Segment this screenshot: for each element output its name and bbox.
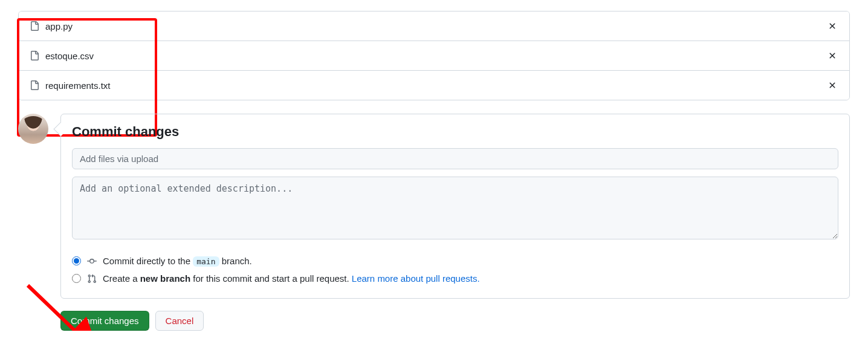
commit-summary-input[interactable]	[72, 148, 838, 169]
close-icon	[828, 51, 837, 60]
git-commit-icon	[87, 256, 97, 266]
file-name: requirements.txt	[45, 80, 826, 91]
remove-file-button[interactable]	[826, 79, 838, 91]
commit-description-input[interactable]	[72, 177, 838, 239]
commit-form: Commit changes Commit directly to the ma…	[60, 114, 850, 299]
file-row: app.py	[19, 11, 849, 41]
radio-new-branch[interactable]: Create a new branch for this commit and …	[72, 270, 838, 287]
close-icon	[828, 80, 837, 90]
file-name: app.py	[45, 21, 826, 31]
commit-target-options: Commit directly to the main branch. Crea…	[72, 252, 838, 287]
file-icon	[30, 51, 39, 60]
file-icon	[30, 21, 39, 31]
commit-changes-button[interactable]: Commit changes	[60, 311, 149, 331]
radio-commit-direct[interactable]: Commit directly to the main branch.	[72, 252, 838, 270]
radio-commit-direct-input[interactable]	[72, 256, 81, 265]
file-row: estoque.csv	[19, 41, 849, 70]
branch-name-badge: main	[193, 256, 219, 267]
close-icon	[828, 21, 837, 31]
radio-new-branch-label: Create a new branch for this commit and …	[103, 273, 480, 284]
learn-more-link[interactable]: Learn more about pull requests.	[352, 273, 480, 284]
radio-commit-direct-label: Commit directly to the main branch.	[103, 256, 252, 266]
remove-file-button[interactable]	[826, 50, 838, 62]
git-pull-request-icon	[87, 274, 97, 284]
avatar	[18, 114, 48, 144]
uploaded-files-list: app.pyestoque.csvrequirements.txt	[18, 11, 850, 100]
file-name: estoque.csv	[45, 51, 826, 61]
file-row: requirements.txt	[19, 70, 849, 100]
remove-file-button[interactable]	[826, 20, 838, 32]
cancel-button[interactable]: Cancel	[155, 311, 204, 331]
file-icon	[30, 80, 39, 90]
radio-new-branch-input[interactable]	[72, 274, 81, 283]
commit-heading: Commit changes	[72, 124, 838, 140]
